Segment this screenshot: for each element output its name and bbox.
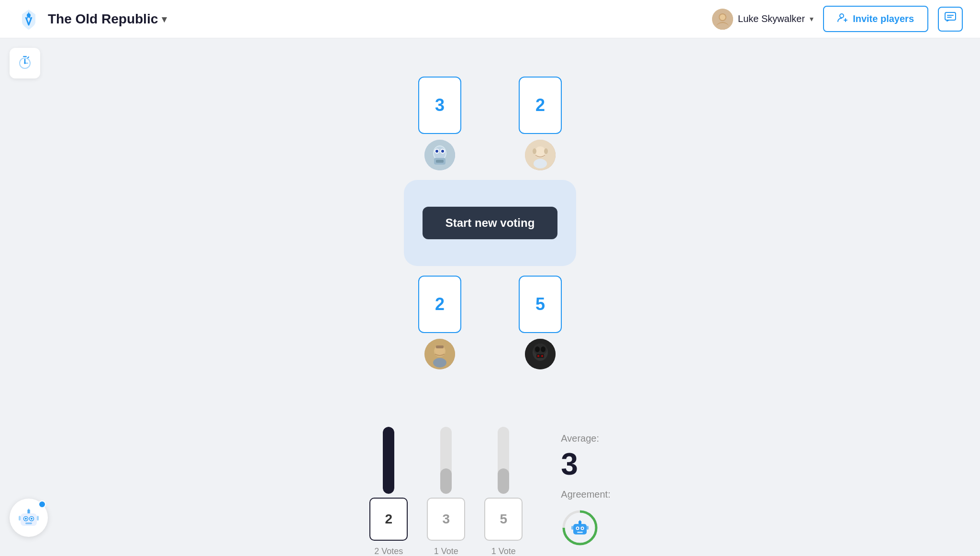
svg-point-23 bbox=[533, 148, 536, 154]
svg-point-16 bbox=[441, 150, 444, 153]
svg-point-0 bbox=[27, 13, 31, 17]
invite-person-icon bbox=[837, 12, 848, 25]
svg-point-22 bbox=[535, 146, 545, 156]
app-title-text: The Old Republic bbox=[48, 11, 158, 27]
svg-point-54 bbox=[31, 518, 33, 520]
svg-rect-18 bbox=[436, 160, 444, 163]
svg-point-43 bbox=[577, 528, 579, 529]
top-players-row: 3 bbox=[418, 77, 562, 170]
bar-track-2 bbox=[383, 427, 394, 494]
bar-label-5: 1 Vote bbox=[491, 546, 516, 556]
user-avatar bbox=[712, 9, 733, 30]
bar-group-5: 5 1 Vote bbox=[484, 427, 523, 556]
bars-container: 2 2 Votes 3 1 Vote 5 bbox=[369, 427, 523, 556]
svg-point-24 bbox=[544, 148, 548, 154]
player-r2d2: 3 bbox=[418, 77, 461, 170]
bar-track-5 bbox=[498, 427, 509, 494]
avatar-vader bbox=[525, 339, 556, 369]
app-title[interactable]: The Old Republic ▾ bbox=[48, 11, 167, 27]
bar-card-5: 5 bbox=[484, 498, 523, 541]
main-content: 3 bbox=[0, 0, 980, 556]
title-chevron: ▾ bbox=[162, 13, 167, 25]
svg-rect-55 bbox=[25, 523, 32, 524]
svg-point-34 bbox=[541, 346, 546, 352]
app-logo bbox=[17, 8, 40, 31]
svg-point-15 bbox=[435, 150, 438, 153]
svg-point-4 bbox=[720, 14, 725, 20]
invite-players-button[interactable]: Invite players bbox=[823, 6, 928, 32]
user-menu[interactable]: Luke Skywalker ▾ bbox=[712, 9, 813, 30]
bar-label-3: 1 Vote bbox=[434, 546, 458, 556]
player-vader: 5 bbox=[519, 276, 562, 369]
svg-rect-47 bbox=[579, 520, 580, 524]
vote-card-leia: 2 bbox=[519, 77, 562, 134]
average-value: 3 bbox=[561, 449, 578, 479]
user-name: Luke Skywalker bbox=[738, 13, 805, 24]
bot-chat-button[interactable] bbox=[10, 499, 48, 537]
svg-rect-48 bbox=[571, 526, 573, 530]
start-voting-label: Start new voting bbox=[445, 216, 535, 229]
vote-card-vader: 5 bbox=[519, 276, 562, 333]
bar-fill-5 bbox=[498, 468, 509, 494]
bar-group-3: 3 1 Vote bbox=[427, 427, 465, 556]
bar-card-3: 3 bbox=[427, 498, 465, 541]
agreement-label: Agreement: bbox=[561, 489, 610, 500]
timer-button[interactable] bbox=[10, 48, 40, 78]
bottom-players-row: 2 5 bbox=[418, 276, 562, 369]
bar-track-3 bbox=[440, 427, 452, 494]
bar-group-2: 2 2 Votes bbox=[369, 427, 408, 556]
bar-card-2: 2 bbox=[369, 498, 408, 541]
voting-area: 3 bbox=[404, 77, 576, 369]
avatar-han bbox=[424, 339, 455, 369]
svg-rect-45 bbox=[577, 532, 583, 533]
user-chevron: ▾ bbox=[810, 14, 813, 23]
chat-button[interactable] bbox=[938, 7, 963, 32]
svg-point-21 bbox=[534, 159, 547, 168]
bar-fill-3 bbox=[440, 468, 452, 494]
start-voting-button[interactable]: Start new voting bbox=[423, 207, 558, 239]
vote-card-r2d2: 3 bbox=[418, 77, 461, 134]
average-label: Average: bbox=[561, 433, 599, 444]
header-left: The Old Republic ▾ bbox=[17, 8, 167, 31]
svg-rect-59 bbox=[37, 516, 39, 521]
svg-point-33 bbox=[535, 346, 540, 352]
svg-rect-57 bbox=[28, 509, 29, 513]
vote-card-han: 2 bbox=[418, 276, 461, 333]
average-section: Average: 3 Agreement: bbox=[561, 433, 610, 556]
svg-rect-49 bbox=[587, 526, 589, 530]
svg-point-44 bbox=[582, 528, 583, 529]
svg-point-6 bbox=[840, 14, 844, 18]
stats-section: 2 2 Votes 3 1 Vote 5 bbox=[369, 427, 610, 556]
chat-icon bbox=[944, 11, 957, 27]
bar-label-2: 2 Votes bbox=[374, 546, 403, 556]
svg-point-27 bbox=[433, 358, 446, 367]
center-table: Start new voting bbox=[404, 180, 576, 266]
svg-rect-29 bbox=[436, 345, 444, 348]
svg-rect-36 bbox=[537, 355, 539, 357]
avatar-r2d2 bbox=[424, 140, 455, 170]
svg-rect-37 bbox=[541, 355, 543, 357]
svg-rect-58 bbox=[19, 516, 21, 521]
invite-button-label: Invite players bbox=[853, 13, 914, 24]
agreement-bot-icon bbox=[569, 517, 590, 538]
svg-point-9 bbox=[24, 62, 26, 64]
player-leia: 2 bbox=[519, 77, 562, 170]
svg-rect-7 bbox=[945, 12, 956, 20]
agreement-indicator bbox=[561, 509, 599, 547]
timer-icon bbox=[17, 55, 33, 72]
header: The Old Republic ▾ Luke Skywalker ▾ bbox=[0, 0, 980, 38]
player-han: 2 bbox=[418, 276, 461, 369]
bot-notification-dot bbox=[38, 500, 46, 508]
bar-fill-2 bbox=[383, 427, 394, 494]
svg-point-53 bbox=[25, 518, 27, 520]
header-right: Luke Skywalker ▾ Invite players bbox=[712, 6, 963, 32]
avatar-leia bbox=[525, 140, 556, 170]
